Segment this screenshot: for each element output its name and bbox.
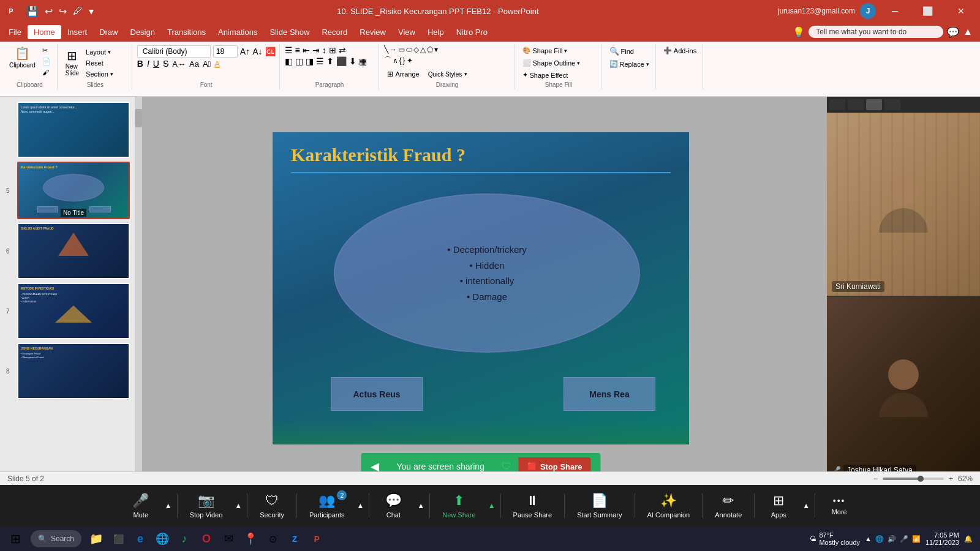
draw-triangle-btn[interactable]: △ bbox=[420, 45, 426, 54]
stop-video-button[interactable]: 📷 Stop Video bbox=[180, 489, 233, 522]
draw-rect-btn[interactable]: ▭ bbox=[398, 45, 405, 54]
draw-diamond-btn[interactable]: ◇ bbox=[413, 45, 419, 54]
customize-qa-btn[interactable]: 🖊 bbox=[71, 4, 85, 18]
save-qa-btn[interactable]: 💾 bbox=[24, 4, 40, 18]
layout-button[interactable]: Layout▾ bbox=[83, 47, 116, 57]
draw2-btn[interactable]: ⌒ bbox=[384, 55, 391, 66]
format-painter-button[interactable]: 🖌 bbox=[40, 67, 53, 77]
taskbar-app-files[interactable]: 📁 bbox=[86, 529, 106, 549]
ribbon-collapse-btn[interactable]: ▲ bbox=[963, 26, 973, 37]
clock[interactable]: 7:05 PM 11/21/2023 bbox=[925, 531, 959, 546]
draw4-btn[interactable]: { bbox=[399, 56, 402, 65]
draw-more-btn[interactable]: ▾ bbox=[434, 45, 438, 54]
participants-button[interactable]: 👥 Participants 2 bbox=[300, 489, 354, 522]
video-ctrl-2[interactable] bbox=[848, 99, 864, 110]
taskbar-app-browser[interactable]: e bbox=[130, 529, 150, 549]
shape-outline-button[interactable]: ⬜ Shape Outline▾ bbox=[520, 58, 583, 68]
quick-styles-button[interactable]: Quick Styles ▾ bbox=[425, 69, 471, 80]
draw-line-btn[interactable]: ╲ bbox=[384, 45, 388, 54]
menu-animations[interactable]: Animations bbox=[212, 25, 263, 39]
expand-tray-btn[interactable]: ▲ bbox=[865, 535, 872, 542]
comments-btn[interactable]: 💬 bbox=[947, 26, 959, 38]
justify-btn[interactable]: ☰ bbox=[316, 56, 324, 66]
section-button[interactable]: Section▾ bbox=[83, 69, 116, 79]
font-case-btn[interactable]: Aa bbox=[189, 59, 199, 69]
menu-review[interactable]: Review bbox=[353, 25, 392, 39]
participants-arrow[interactable]: ▲ bbox=[354, 485, 366, 527]
ribbon-search-box[interactable]: Tell me what you want to do bbox=[809, 26, 943, 38]
taskbar-app-maps[interactable]: 📍 bbox=[241, 529, 260, 549]
more-button[interactable]: ••• More bbox=[818, 492, 861, 519]
font-color-btn[interactable]: A bbox=[214, 59, 220, 69]
italic-btn[interactable]: I bbox=[147, 59, 149, 69]
menu-file[interactable]: File bbox=[2, 25, 28, 39]
slide-item-8[interactable]: 8 JENIS KECURANGAN • Employee Fraud • Ma… bbox=[5, 343, 130, 399]
minimize-button[interactable]: ─ bbox=[881, 0, 909, 22]
chat-arrow[interactable]: ▲ bbox=[415, 485, 427, 527]
addins-button[interactable]: ➕Add-ins bbox=[661, 45, 699, 56]
zoom-slider[interactable] bbox=[883, 478, 944, 480]
mic-sys-icon[interactable]: 🎤 bbox=[900, 535, 908, 543]
annotate-button[interactable]: ✏ Annotate bbox=[705, 489, 752, 522]
menu-design[interactable]: Design bbox=[124, 25, 161, 39]
video-ctrl-3[interactable] bbox=[866, 99, 882, 110]
shape-fill-button[interactable]: 🎨 Shape Fill▾ bbox=[520, 45, 570, 56]
clear-format-btn[interactable]: 🆑 bbox=[265, 47, 276, 56]
text-shadow-btn[interactable]: A⃝ bbox=[203, 59, 211, 69]
redo-qa-btn[interactable]: ↪ bbox=[57, 4, 69, 18]
cut-button[interactable]: ✂ bbox=[40, 45, 53, 56]
font-family-select[interactable]: Calibri (Body) bbox=[137, 45, 211, 58]
menu-insert[interactable]: Insert bbox=[61, 25, 94, 39]
slide-item-4[interactable]: Lorem ipsum dolor sit amet consectetur..… bbox=[5, 102, 130, 158]
taskbar-app-zoom[interactable]: Z bbox=[285, 529, 304, 549]
draw3-btn[interactable]: ∧ bbox=[393, 56, 398, 65]
text-dir-btn[interactable]: ⇄ bbox=[339, 45, 346, 55]
undo-qa-btn[interactable]: ↩ bbox=[43, 4, 55, 18]
align-right-btn[interactable]: ◨ bbox=[306, 56, 314, 66]
slide-item-5[interactable]: 5 Karakteristik Fraud ? No Title bbox=[5, 162, 130, 219]
video-ctrl-4[interactable] bbox=[884, 99, 900, 110]
menu-record[interactable]: Record bbox=[315, 25, 353, 39]
network-icon[interactable]: 🌐 bbox=[875, 535, 884, 543]
chat-button[interactable]: 💬 Chat bbox=[372, 489, 415, 522]
security-button[interactable]: 🛡 Security bbox=[250, 489, 294, 522]
outdent-btn[interactable]: ⇤ bbox=[303, 45, 310, 55]
new-share-arrow[interactable]: ▲ bbox=[486, 485, 498, 527]
mute-arrow[interactable]: ▲ bbox=[162, 485, 175, 527]
vertical-scroll-bar[interactable] bbox=[135, 97, 142, 480]
bold-btn[interactable]: B bbox=[137, 59, 143, 69]
user-avatar[interactable]: J bbox=[860, 3, 876, 19]
close-button[interactable]: ✕ bbox=[947, 0, 975, 22]
ai-companion-button[interactable]: ✨ AI Companion bbox=[638, 489, 700, 522]
replace-button[interactable]: 🔄 Replace▾ bbox=[607, 59, 652, 69]
taskbar-search[interactable]: 🔍 Search bbox=[31, 530, 81, 547]
draw-arrow-btn[interactable]: → bbox=[390, 45, 397, 54]
menu-home[interactable]: Home bbox=[28, 25, 61, 39]
smart-art-btn[interactable]: ▦ bbox=[359, 56, 367, 66]
start-button[interactable]: ⊞ bbox=[0, 527, 31, 551]
mute-button[interactable]: 🎤 Mute bbox=[119, 489, 162, 522]
align-mid-btn[interactable]: ⬛ bbox=[336, 56, 347, 66]
wifi-icon[interactable]: 📶 bbox=[912, 535, 921, 543]
scroll-thumb[interactable] bbox=[135, 109, 142, 127]
decrease-font-btn[interactable]: A↓ bbox=[252, 47, 262, 56]
copy-button[interactable]: 📄 bbox=[40, 56, 53, 67]
font-size-input[interactable]: 18 bbox=[213, 45, 238, 58]
menu-draw[interactable]: Draw bbox=[93, 25, 124, 39]
align-bot-btn[interactable]: ⬇ bbox=[349, 56, 356, 66]
draw-pentagon-btn[interactable]: ⬠ bbox=[427, 45, 433, 54]
menu-help[interactable]: Help bbox=[421, 25, 450, 39]
taskbar-app-spotify[interactable]: ♪ bbox=[175, 529, 194, 549]
taskbar-app-powerpoint[interactable]: P bbox=[307, 529, 326, 549]
weather-widget[interactable]: 🌤 87°F Mostly cloudy bbox=[810, 531, 860, 546]
maximize-button[interactable]: ⬜ bbox=[914, 0, 942, 22]
new-slide-button[interactable]: ⊞ New Slide bbox=[62, 48, 82, 78]
align-top-btn[interactable]: ⬆ bbox=[326, 56, 334, 66]
taskbar-app-edge[interactable]: 🌐 bbox=[153, 529, 172, 549]
draw5-btn[interactable]: } bbox=[403, 56, 405, 65]
notification-btn[interactable]: 🔔 bbox=[964, 535, 973, 543]
taskbar-app-terminal[interactable]: ⬛ bbox=[108, 529, 128, 549]
menu-view[interactable]: View bbox=[392, 25, 421, 39]
apps-arrow[interactable]: ▲ bbox=[800, 485, 812, 527]
menu-transitions[interactable]: Transitions bbox=[161, 25, 212, 39]
